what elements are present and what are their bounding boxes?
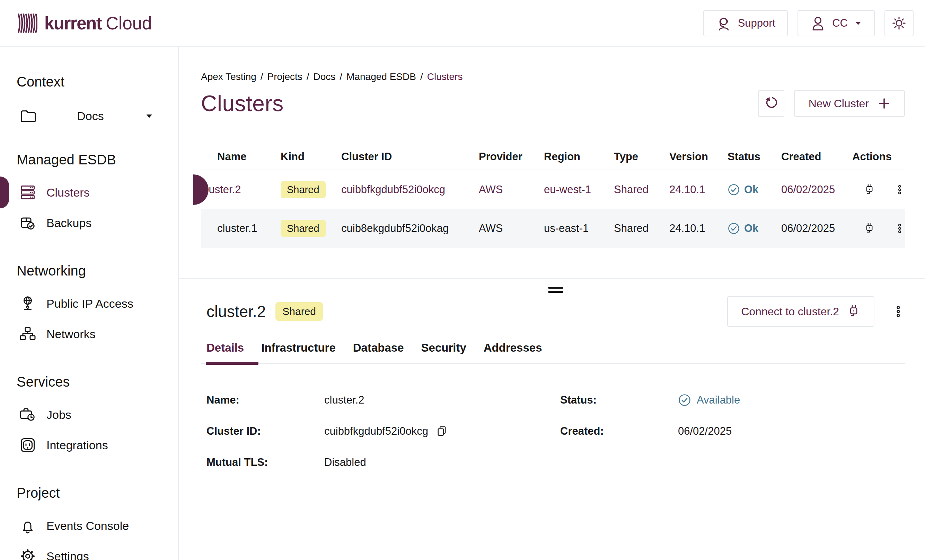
main-content: Apex Testing / Projects / Docs / Managed…: [179, 47, 925, 560]
new-cluster-button[interactable]: New Cluster: [794, 90, 905, 117]
sun-icon: [891, 15, 907, 31]
copy-icon[interactable]: [436, 425, 447, 437]
sidebar-section-services: Services Jobs: [0, 374, 178, 460]
tab-addresses[interactable]: Addresses: [484, 341, 542, 354]
sidebar-item-events-console[interactable]: Events Console: [0, 510, 178, 541]
sidebar-item-jobs[interactable]: Jobs: [0, 399, 178, 430]
tab-database[interactable]: Database: [353, 341, 404, 354]
sidebar-heading: Managed ESDB: [0, 152, 178, 168]
sidebar-item-integrations[interactable]: Integrations: [0, 430, 178, 460]
kebab-icon[interactable]: [894, 222, 905, 235]
rotate-ccw-icon: [764, 96, 779, 111]
sidebar-heading: Project: [0, 485, 178, 501]
field-value-created: 06/02/2025: [678, 425, 732, 437]
connect-button[interactable]: Connect to cluster.2: [727, 296, 874, 327]
sidebar-item-label: Jobs: [47, 408, 71, 422]
table-header-row: Name Kind Cluster ID Provider Region Typ…: [201, 144, 905, 170]
topbar-actions: Support CC: [703, 10, 914, 36]
tab-details[interactable]: Details: [206, 341, 244, 354]
breadcrumb-item[interactable]: Projects: [267, 71, 303, 83]
cell-provider: AWS: [479, 222, 544, 235]
selected-row-indicator: [193, 174, 209, 205]
sidebar-item-label: Public IP Access: [47, 297, 133, 311]
sidebar-item-label: Clusters: [47, 186, 90, 200]
field-label-cluster-id: Cluster ID:: [206, 425, 324, 437]
sidebar-item-networks[interactable]: Networks: [0, 319, 178, 349]
breadcrumb-current: Clusters: [427, 71, 463, 83]
context-selector[interactable]: Docs: [0, 105, 178, 127]
check-circle-icon: [728, 222, 740, 235]
brand-name: kurrent: [44, 13, 101, 34]
breadcrumb-item[interactable]: Apex Testing: [201, 71, 256, 83]
plug-icon[interactable]: [863, 222, 875, 235]
table-row-cluster-2[interactable]: cluster.2 Shared cuibbfkgdubf52i0okcg AW…: [201, 170, 905, 209]
plug-icon[interactable]: [863, 183, 875, 197]
sidebar-item-clusters[interactable]: Clusters: [0, 177, 178, 208]
plug-icon: [847, 305, 860, 318]
field-value-mutual-tls: Disabled: [324, 456, 366, 468]
tab-security[interactable]: Security: [421, 341, 466, 354]
column-header-provider: Provider: [479, 150, 544, 163]
active-indicator: [0, 177, 9, 208]
sidebar-item-public-ip-access[interactable]: Public IP Access: [0, 288, 178, 319]
brand-logo[interactable]: kurrent Cloud: [17, 11, 152, 36]
brand-suffix: Cloud: [105, 13, 152, 34]
sidebar: Context Docs Managed ESDB: [0, 47, 179, 560]
gear-icon: [20, 548, 36, 560]
new-cluster-label: New Cluster: [809, 97, 869, 110]
field-label-mutual-tls: Mutual TLS:: [206, 456, 324, 468]
sidebar-item-label: Settings: [47, 549, 89, 560]
field-value-status: Available: [697, 394, 740, 406]
breadcrumb-item[interactable]: Managed ESDB: [346, 71, 416, 83]
caret-down-icon: [145, 111, 154, 120]
kebab-icon[interactable]: [892, 305, 905, 318]
status-badge: Ok: [744, 222, 758, 235]
column-header-actions: Actions: [852, 150, 905, 163]
column-header-name: Name: [201, 150, 281, 163]
detail-kind-badge: Shared: [276, 302, 323, 321]
theme-toggle-button[interactable]: [884, 10, 914, 36]
sidebar-heading-context: Context: [0, 74, 178, 90]
support-label: Support: [738, 17, 776, 29]
cell-created: 06/02/2025: [781, 183, 852, 196]
column-header-region: Region: [544, 150, 614, 163]
refresh-button[interactable]: [758, 90, 784, 117]
context-selector-value: Docs: [36, 110, 145, 123]
status-badge: Ok: [744, 183, 758, 196]
breadcrumb-item[interactable]: Docs: [313, 71, 336, 83]
table-row-cluster-1[interactable]: cluster.1 Shared cuib8ekgdubf52i0okag AW…: [201, 209, 905, 248]
breadcrumb-separator: /: [339, 71, 342, 83]
column-header-kind: Kind: [281, 150, 341, 163]
bell-icon: [20, 518, 36, 534]
field-label-status: Status:: [560, 394, 678, 406]
sidebar-item-label: Events Console: [47, 519, 129, 533]
column-header-type: Type: [614, 150, 669, 163]
field-value-name: cluster.2: [324, 394, 364, 406]
sidebar-item-settings[interactable]: Settings: [0, 541, 178, 560]
power-outlet-icon: [20, 437, 36, 453]
cell-region: us-east-1: [544, 222, 614, 235]
check-circle-icon: [678, 393, 691, 407]
cell-region: eu-west-1: [544, 183, 614, 196]
check-circle-icon: [728, 183, 740, 196]
cell-version: 24.10.1: [669, 222, 728, 235]
panel-drag-handle[interactable]: [548, 287, 563, 293]
cell-name: cluster.2: [201, 183, 281, 196]
column-header-cluster-id: Cluster ID: [341, 150, 479, 163]
detail-tabs: Details Infrastructure Database Security…: [206, 341, 905, 354]
kebab-icon[interactable]: [894, 183, 905, 196]
sidebar-heading: Services: [0, 374, 178, 390]
support-button[interactable]: Support: [703, 10, 788, 36]
sidebar-item-label: Backups: [47, 216, 92, 230]
sidebar-item-backups[interactable]: Backups: [0, 208, 178, 238]
account-initials: CC: [832, 17, 848, 29]
account-button[interactable]: CC: [797, 10, 875, 36]
sidebar-section-project: Project Events Console: [0, 485, 178, 560]
globe-stand-icon: [20, 295, 36, 312]
kurrent-waves-icon: [17, 11, 38, 36]
page-header: Clusters New Cluster: [201, 90, 905, 117]
topbar: kurrent Cloud Support CC: [0, 0, 925, 47]
cell-cluster-id: cuib8ekgdubf52i0okag: [341, 222, 479, 235]
cell-name: cluster.1: [201, 222, 281, 235]
tab-infrastructure[interactable]: Infrastructure: [261, 341, 336, 354]
